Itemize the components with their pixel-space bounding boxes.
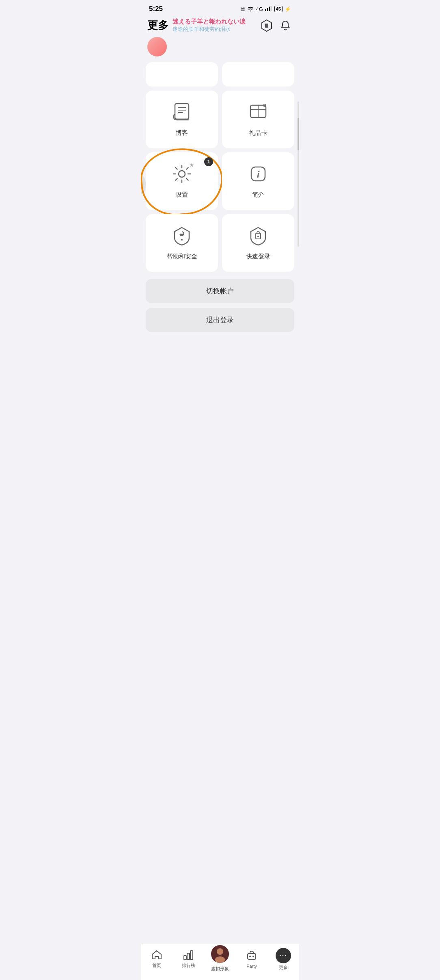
signal-bars (265, 6, 272, 12)
marquee-line2: 迷途的羔羊和徒劳的泪水 (173, 26, 255, 33)
grid-card-help[interactable]: 帮助和安全 (146, 214, 218, 272)
action-buttons: 切换帐户 退出登录 (141, 275, 299, 336)
page-title: 更多 (147, 18, 168, 33)
giftcard-label: 礼品卡 (249, 129, 267, 137)
giftcard-icon (248, 102, 268, 125)
avatar-strip (141, 35, 299, 59)
quicklogin-label: 快速登录 (246, 253, 270, 260)
svg-point-19 (257, 236, 259, 237)
logout-button[interactable]: 退出登录 (146, 308, 294, 332)
charging-icon: ⚡ (285, 6, 291, 12)
battery-icon: 45 (274, 6, 283, 12)
grid-card-top-left[interactable] (146, 62, 218, 87)
quicklogin-icon (248, 225, 268, 249)
status-bar: 5:25 𝌡 4G 45 ⚡ (141, 0, 299, 15)
grid-container: 博客 礼品卡 1 ★ 设置 i (141, 59, 299, 275)
grid-card-settings[interactable]: 1 ★ 设置 (146, 152, 218, 210)
svg-rect-5 (265, 24, 268, 28)
svg-rect-6 (175, 104, 189, 119)
header-icons (259, 18, 293, 33)
blog-label: 博客 (176, 129, 188, 137)
vibrate-icon: 𝌡 (240, 6, 245, 12)
svg-rect-1 (267, 8, 268, 11)
svg-point-13 (179, 171, 185, 177)
bell-icon[interactable] (278, 18, 293, 33)
hexagon-icon[interactable] (259, 18, 274, 33)
marquee: 迷える子羊と報われない涙 迷途的羔羊和徒劳的泪水 (173, 18, 255, 33)
scrollbar[interactable] (298, 102, 299, 247)
grid-card-blog[interactable]: 博客 (146, 91, 218, 148)
marquee-line1: 迷える子羊と報われない涙 (173, 18, 255, 26)
avatar[interactable] (147, 37, 167, 56)
scrollbar-thumb[interactable] (298, 118, 299, 150)
status-time: 5:25 (149, 5, 163, 13)
grid-card-top-right[interactable] (222, 62, 294, 87)
settings-badge: 1 (204, 157, 213, 166)
svg-text:i: i (257, 169, 260, 180)
status-icons: 𝌡 4G 45 ⚡ (240, 6, 291, 12)
grid-card-giftcard[interactable]: 礼品卡 (222, 91, 294, 148)
wifi-icon (247, 7, 254, 11)
svg-point-17 (181, 239, 183, 241)
about-label: 简介 (252, 191, 264, 199)
grid-card-quicklogin[interactable]: 快速登录 (222, 214, 294, 272)
svg-rect-0 (265, 9, 266, 11)
header: 更多 迷える子羊と報われない涙 迷途的羔羊和徒劳的泪水 (141, 15, 299, 35)
svg-rect-3 (270, 6, 272, 11)
svg-rect-2 (269, 7, 270, 11)
signal-icon: 4G (256, 6, 263, 12)
blog-icon (172, 102, 192, 125)
grid-card-about[interactable]: i 简介 (222, 152, 294, 210)
settings-icon: ★ (172, 164, 192, 187)
help-label: 帮助和安全 (167, 253, 197, 260)
about-icon: i (248, 164, 268, 187)
switch-account-button[interactable]: 切换帐户 (146, 279, 294, 303)
settings-label: 设置 (176, 191, 188, 199)
help-icon (172, 225, 192, 249)
